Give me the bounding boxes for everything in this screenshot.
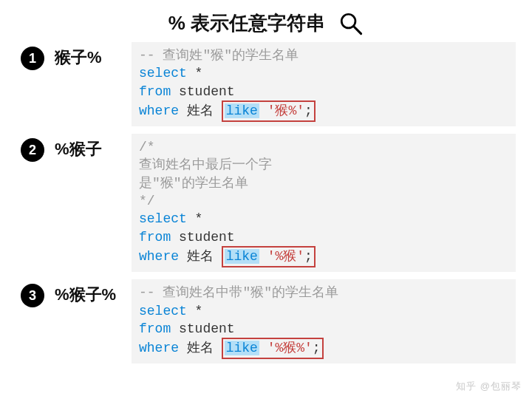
example-number-badge: 1 [21,47,44,70]
example-number-badge: 3 [21,284,44,307]
search-icon [338,11,364,36]
svg-line-1 [354,27,361,33]
kw-like: like [225,103,259,118]
code-block: -- 查询姓"猴"的学生名单 select * from student whe… [132,42,516,126]
example-item: 2 %猴子 /* 查询姓名中最后一个字 是"猴"的学生名单 */ select … [21,134,516,272]
examples-list: 1 猴子% -- 查询姓"猴"的学生名单 select * from stude… [0,42,532,364]
kw-select: select [139,211,187,226]
code-block: /* 查询姓名中最后一个字 是"猴"的学生名单 */ select * from… [132,134,516,272]
comment-line: -- 查询姓名中带"猴"的学生名单 [139,285,338,300]
kw-select: select [139,66,187,81]
comment-line: /* [139,140,155,154]
highlighted-like-clause: like '%猴'; [222,246,316,267]
kw-where: where [139,341,179,355]
watermark: 知乎 @包丽琴 [456,380,522,393]
kw-select: select [139,304,187,318]
comment-line: -- 查询姓"猴"的学生名单 [139,48,299,63]
example-item: 1 猴子% -- 查询姓"猴"的学生名单 select * from stude… [21,42,516,126]
kw-where: where [139,249,179,264]
pattern-text: %猴子% [44,279,132,306]
pattern-text: 猴子% [44,42,132,69]
comment-line: 是"猴"的学生名单 [139,176,248,191]
code-block: -- 查询姓名中带"猴"的学生名单 select * from student … [132,279,516,364]
example-item: 3 %猴子% -- 查询姓名中带"猴"的学生名单 select * from s… [21,279,516,364]
pattern-text: %猴子 [44,134,132,160]
comment-line: */ [139,194,155,208]
highlighted-like-clause: like '%猴%'; [222,338,324,359]
kw-like: like [225,249,259,264]
kw-from: from [139,321,171,336]
svg-point-0 [341,14,355,28]
example-number-badge: 2 [21,138,44,162]
comment-line: 查询姓名中最后一个字 [139,157,272,172]
kw-from: from [139,230,171,245]
page-title: % 表示任意字符串 [168,10,325,36]
highlighted-like-clause: like '猴%'; [222,100,316,122]
header: % 表示任意字符串 [0,0,532,42]
kw-from: from [139,84,171,99]
kw-where: where [139,103,179,118]
kw-like: like [225,341,259,355]
